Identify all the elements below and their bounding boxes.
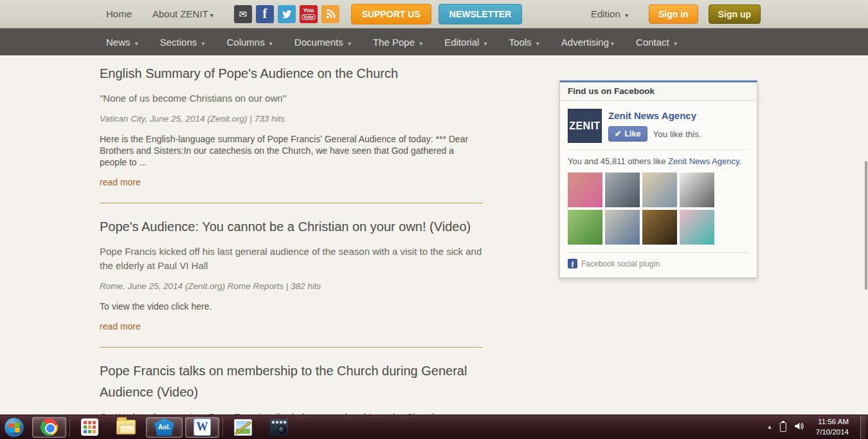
- article-meta: Vatican City, June 25, 2014 (Zenit.org) …: [100, 114, 483, 124]
- article-title[interactable]: Pope's Audience: You cannot be a Christi…: [100, 216, 483, 238]
- show-desktop-button[interactable]: [860, 415, 865, 439]
- battery-icon[interactable]: [780, 422, 786, 432]
- widget-separator: [568, 252, 749, 253]
- image-editor-icon: [234, 419, 252, 436]
- newsletter-button[interactable]: NEWSLETTER: [439, 4, 522, 24]
- nav-item-the-pope[interactable]: The Pope ▾: [373, 37, 422, 48]
- edition-dropdown[interactable]: Edition ▾: [591, 8, 628, 19]
- rss-icon[interactable]: [321, 5, 339, 23]
- nav-label: Advertising: [561, 37, 609, 48]
- chevron-down-icon: ▾: [135, 40, 138, 47]
- edition-label: Edition: [591, 8, 620, 19]
- nav-label: The Pope: [373, 37, 415, 48]
- facebook-page-link[interactable]: Zenit News Agency: [608, 110, 701, 121]
- profile-photo[interactable]: [680, 173, 714, 207]
- speaker-icon[interactable]: [794, 421, 804, 434]
- nav-item-news[interactable]: News ▾: [106, 37, 138, 48]
- article-title[interactable]: English Summary of Pope's Audience on th…: [100, 63, 483, 84]
- like-label: Like: [624, 129, 640, 138]
- windows-logo-icon: [9, 422, 21, 433]
- taskbar-aol-button[interactable]: Aol.: [146, 417, 183, 438]
- about-zenit-dropdown[interactable]: About ZENIT▾: [152, 8, 213, 19]
- article-divider: [100, 203, 483, 203]
- taskbar-app-grid-button[interactable]: [73, 417, 106, 438]
- youtube-icon[interactable]: You Tube: [300, 5, 318, 23]
- start-button[interactable]: [4, 417, 24, 438]
- nav-item-documents[interactable]: Documents ▾: [294, 37, 351, 48]
- article-body: Here is the English-language summary of …: [100, 133, 483, 169]
- like-button[interactable]: ✔Like: [608, 126, 647, 142]
- facebook-plugin-label[interactable]: Facebook social plugin: [581, 259, 660, 268]
- nav-item-editorial[interactable]: Editorial ▾: [444, 37, 487, 48]
- about-zenit-label: About ZENIT: [152, 8, 208, 19]
- facebook-icon[interactable]: f: [256, 5, 274, 23]
- nav-item-advertising[interactable]: Advertising▾: [561, 37, 614, 48]
- taskbar-separator: [69, 418, 70, 437]
- vertical-scrollbar-thumb[interactable]: [865, 161, 867, 290]
- article-meta: Rome, June 25, 2014 (Zenit.org) Rome Rep…: [100, 281, 483, 291]
- article-list: English Summary of Pope's Audience on th…: [100, 63, 483, 439]
- nav-label: News: [106, 37, 131, 48]
- facebook-mini-icon: f: [568, 259, 577, 268]
- likes-count-text: You and 45,811 others like Zenit News Ag…: [568, 156, 749, 166]
- chevron-down-icon: ▾: [484, 40, 487, 47]
- folder-icon: [116, 420, 136, 434]
- profile-photo[interactable]: [605, 173, 640, 207]
- article-title[interactable]: Pope Francis talks on membership to the …: [100, 360, 483, 403]
- profile-photo[interactable]: [642, 210, 677, 245]
- nav-label: Editorial: [444, 37, 479, 48]
- sign-in-button[interactable]: Sign in: [649, 5, 698, 24]
- page-name-link[interactable]: Zenit News Agency: [668, 156, 739, 166]
- profile-photo[interactable]: [568, 210, 602, 245]
- top-header: Home About ZENIT▾ ✉ f You Tube SUPPORT U…: [0, 0, 868, 28]
- nav-item-columns[interactable]: Columns ▾: [226, 37, 272, 48]
- check-icon: ✔: [615, 129, 621, 138]
- chrome-icon: [41, 418, 58, 436]
- article-2: Pope's Audience: You cannot be a Christi…: [100, 216, 483, 348]
- nav-label: Sections: [160, 37, 197, 48]
- widget-separator: [568, 149, 749, 150]
- twitter-bird-icon: [281, 8, 293, 20]
- taskbar-word-button[interactable]: W: [185, 417, 219, 438]
- aol-icon: Aol.: [154, 418, 174, 436]
- nav-item-sections[interactable]: Sections ▾: [160, 37, 205, 48]
- likes-prefix: You and 45,811 others like: [568, 156, 668, 166]
- read-more-link[interactable]: read more: [100, 321, 141, 332]
- article-divider: [100, 347, 483, 348]
- you-like-text: You like this.: [653, 129, 701, 139]
- article-1: English Summary of Pope's Audience on th…: [100, 63, 483, 203]
- social-icons: ✉ f You Tube: [234, 5, 339, 23]
- support-us-button[interactable]: SUPPORT US: [351, 4, 431, 24]
- word-icon: W: [194, 418, 211, 436]
- system-tray: ▲ 11:56 AM 7/10/2014: [767, 415, 868, 439]
- nav-item-contact[interactable]: Contact ▾: [636, 37, 677, 48]
- profile-photo[interactable]: [568, 173, 602, 207]
- profile-photo[interactable]: [605, 210, 640, 245]
- read-more-link[interactable]: read more: [100, 177, 141, 187]
- home-link[interactable]: Home: [106, 8, 132, 19]
- taskbar-chrome-button[interactable]: [32, 417, 66, 438]
- taskbar-clock[interactable]: 11:56 AM 7/10/2014: [812, 417, 853, 437]
- nav-item-tools[interactable]: Tools ▾: [509, 37, 539, 48]
- sign-up-button[interactable]: Sign up: [709, 5, 761, 24]
- profile-photo[interactable]: [642, 173, 677, 207]
- chevron-down-icon: ▾: [210, 12, 213, 19]
- nav-label: Tools: [509, 37, 532, 48]
- clock-time: 11:56 AM: [816, 417, 849, 427]
- taskbar-explorer-button[interactable]: [109, 417, 143, 438]
- zenit-logo[interactable]: ZENIT: [568, 109, 602, 143]
- likes-suffix: .: [739, 156, 741, 166]
- taskbar-media-player-button[interactable]: [262, 417, 296, 438]
- show-hidden-icons-button[interactable]: ▲: [767, 424, 772, 430]
- page-content: English Summary of Pope's Audience on th…: [0, 55, 868, 415]
- facebook-widget-title: Find us on Facebook: [560, 82, 757, 101]
- windows-taskbar: Aol. W ▲ 11:56 AM 7/10/2014: [0, 415, 868, 439]
- twitter-icon[interactable]: [278, 5, 296, 23]
- clock-date: 7/10/2014: [816, 427, 849, 438]
- nav-label: Documents: [294, 37, 343, 48]
- profile-photo[interactable]: [680, 210, 714, 245]
- nav-label: Columns: [226, 37, 264, 48]
- email-icon[interactable]: ✉: [234, 5, 252, 23]
- chevron-down-icon: ▾: [674, 40, 677, 47]
- taskbar-image-editor-button[interactable]: [226, 417, 260, 438]
